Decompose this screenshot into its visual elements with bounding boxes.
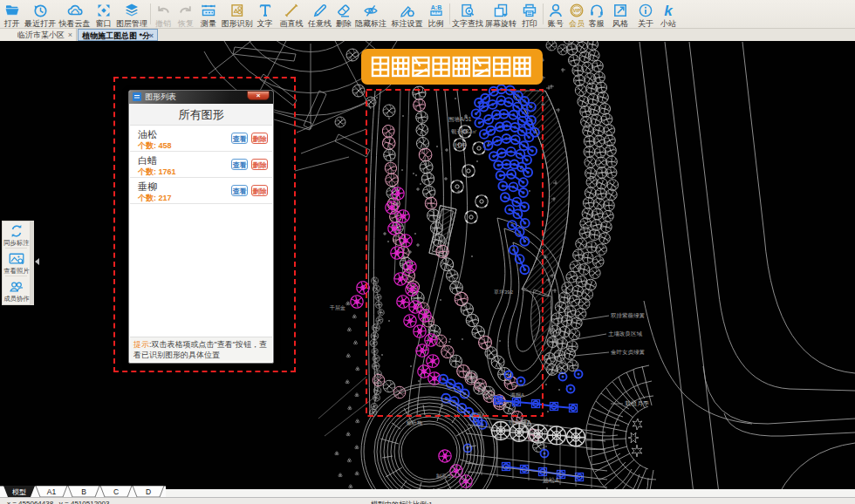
svg-text:银杏682㎡: 银杏682㎡ (450, 128, 477, 134)
svg-text:草坪392: 草坪392 (494, 289, 514, 295)
svg-text:海桐A: 海桐A (510, 392, 524, 398)
svg-text:C: C (113, 487, 119, 496)
svg-text:D: D (146, 487, 151, 496)
svg-text:A1: A1 (47, 487, 57, 496)
svg-text:围墙A/51: 围墙A/51 (448, 116, 472, 123)
svg-text:土壤改良区域: 土壤改良区域 (608, 330, 643, 337)
svg-text:栽植月季: 栽植月季 (625, 400, 649, 407)
svg-text:模型: 模型 (12, 488, 26, 496)
svg-text:双排紫薇绿篱: 双排紫薇绿篱 (611, 312, 646, 319)
svg-text:千层金: 千层金 (329, 304, 345, 310)
svg-text:制高/51: 制高/51 (436, 473, 455, 480)
svg-text:B: B (81, 487, 86, 496)
svg-text:油松A: 油松A (543, 477, 559, 484)
svg-text:榆叶梅: 榆叶梅 (407, 420, 422, 426)
svg-text:k: k (664, 3, 674, 18)
svg-text:馒头树A: 馒头树A (508, 419, 531, 426)
svg-text:牡丹: 牡丹 (454, 142, 467, 148)
svg-text:金叶女贞绿篱: 金叶女贞绿篱 (611, 349, 646, 355)
